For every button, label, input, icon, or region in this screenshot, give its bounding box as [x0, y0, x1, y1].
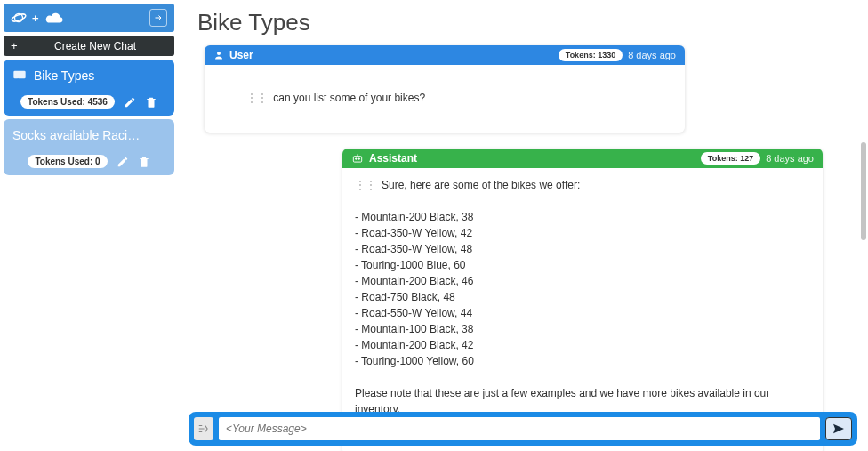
drag-handle-icon[interactable]: ⋮⋮	[355, 177, 376, 193]
svg-rect-2	[13, 71, 25, 79]
user-icon	[213, 50, 224, 60]
page-title: Bike Types	[178, 0, 868, 40]
sidebar-chat-bike-types[interactable]: Bike Types Tokens Used: 4536	[4, 60, 174, 116]
tokens-used-badge: Tokens Used: 0	[28, 155, 107, 168]
header-bar: +	[4, 4, 174, 32]
assistant-message: Assistant Tokens: 127 8 days ago ⋮⋮Sure,…	[342, 149, 823, 451]
plus-icon: +	[11, 39, 23, 52]
composer-menu-button[interactable]	[194, 417, 213, 440]
tokens-badge: Tokens: 1330	[559, 49, 623, 61]
svg-rect-4	[353, 157, 361, 162]
assistant-message-text: Sure, here are some of the bikes we offe…	[355, 179, 773, 415]
send-button[interactable]	[825, 417, 852, 440]
messages-pane: User Tokens: 1330 8 days ago ⋮⋮can you l…	[178, 40, 868, 451]
robot-icon	[351, 153, 364, 164]
planet-icon	[11, 10, 27, 26]
create-new-chat-button[interactable]: + Create New Chat	[4, 36, 174, 56]
user-message: User Tokens: 1330 8 days ago ⋮⋮can you l…	[205, 45, 685, 133]
composer	[189, 412, 857, 446]
message-input[interactable]	[219, 417, 820, 440]
delete-chat-button[interactable]	[145, 96, 157, 109]
create-new-chat-label: Create New Chat	[23, 40, 167, 52]
user-message-text: can you list some of your bikes?	[273, 92, 425, 104]
scrollbar-thumb[interactable]	[861, 142, 866, 240]
role-label: User	[229, 49, 253, 61]
sidebar-chat-title: Bike Types	[34, 68, 94, 83]
drag-handle-icon[interactable]: ⋮⋮	[246, 90, 268, 106]
edit-chat-button[interactable]	[124, 96, 136, 109]
tokens-badge: Tokens: 127	[701, 152, 760, 165]
role-label: Assistant	[369, 152, 417, 165]
svg-point-3	[217, 52, 221, 55]
cloud-icon	[44, 11, 64, 25]
chat-icon	[12, 69, 27, 82]
collapse-sidebar-button[interactable]	[149, 9, 167, 27]
plus-icon: +	[32, 12, 39, 25]
timestamp: 8 days ago	[628, 50, 676, 60]
timestamp: 8 days ago	[766, 153, 814, 164]
delete-chat-button[interactable]	[138, 156, 150, 168]
svg-point-5	[355, 158, 357, 160]
scrollbar[interactable]	[859, 44, 866, 407]
edit-chat-button[interactable]	[117, 156, 129, 168]
sidebar-chat-socks[interactable]: Socks available Raci… Tokens Used: 0	[4, 119, 174, 175]
svg-point-6	[358, 158, 360, 160]
sidebar-chat-title: Socks available Raci…	[12, 128, 140, 142]
tokens-used-badge: Tokens Used: 4536	[20, 95, 115, 109]
